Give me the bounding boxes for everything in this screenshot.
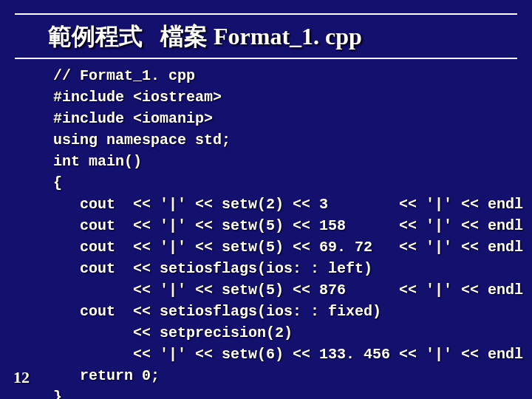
- code-line: #include <iostream>: [53, 89, 222, 106]
- code-block: // Format_1. cpp #include <iostream> #in…: [53, 65, 532, 399]
- code-line: int main(): [53, 153, 142, 170]
- slide: 範例程式 檔案 Format_1. cpp // Format_1. cpp #…: [0, 0, 532, 399]
- horizontal-rule: [15, 58, 517, 59]
- horizontal-rule: [15, 13, 517, 15]
- code-line: using namespace std;: [53, 132, 231, 149]
- code-line: {: [53, 174, 62, 191]
- code-line: return 0;: [53, 367, 160, 384]
- code-line: << '|' << setw(6) << 133. 456 << '|' << …: [53, 346, 532, 363]
- code-line: #include <iomanip>: [53, 110, 213, 127]
- slide-number: 12: [13, 368, 30, 387]
- slide-title: 範例程式 檔案 Format_1. cpp: [48, 21, 532, 53]
- code-line: // Format_1. cpp: [53, 67, 195, 84]
- code-line: cout << '|' << setw(5) << 158 << '|' << …: [53, 217, 532, 234]
- code-line: cout << setiosflags(ios: : left): [53, 260, 372, 277]
- code-line: }: [53, 389, 62, 399]
- code-line: << setprecision(2): [53, 324, 293, 341]
- code-line: << '|' << setw(5) << 876 << '|' << endl …: [53, 282, 532, 299]
- code-line: cout << '|' << setw(5) << 69. 72 << '|' …: [53, 239, 532, 256]
- code-line: cout << '|' << setw(2) << 3 << '|' << en…: [53, 196, 532, 213]
- code-line: cout << setiosflags(ios: : fixed): [53, 303, 381, 320]
